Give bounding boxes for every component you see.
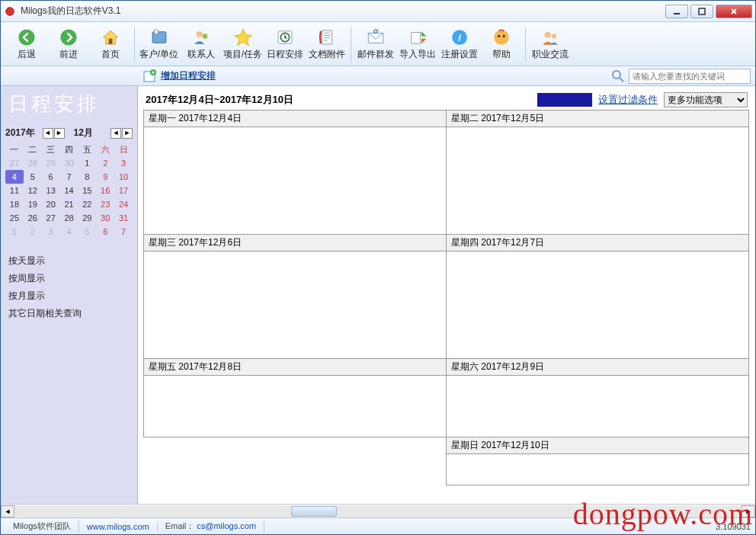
svg-point-18	[494, 30, 509, 45]
clients-button[interactable]: 客户/单位	[138, 24, 180, 64]
svg-point-19	[498, 35, 500, 37]
date-range: 2017年12月4日~2017年12月10日	[146, 93, 537, 107]
forward-button[interactable]: 前进	[47, 24, 89, 64]
scroll-right-button[interactable]: ►	[742, 505, 755, 517]
scroll-track[interactable]	[14, 506, 742, 517]
svg-point-22	[551, 34, 556, 39]
day-body[interactable]	[144, 251, 446, 358]
maximize-button[interactable]	[690, 5, 713, 18]
home-button[interactable]: 首页	[89, 24, 131, 64]
day-tuesday[interactable]: 星期二 2017年12月5日	[446, 110, 749, 235]
sidebar-links: 按天显示 按周显示 按月显示 其它日期相关查询	[1, 245, 137, 330]
day-header: 星期二 2017年12月5日	[447, 111, 748, 127]
view-other-dates-link[interactable]: 其它日期相关查询	[8, 305, 130, 322]
register-label: 注册设置	[441, 48, 478, 61]
svg-rect-7	[154, 30, 158, 34]
career-label: 职业交流	[532, 48, 569, 61]
contacts-button[interactable]: 联系人	[180, 24, 222, 64]
day-friday[interactable]: 星期五 2017年12月8日	[143, 358, 447, 437]
day-thursday[interactable]: 星期四 2017年12月7日	[446, 234, 749, 359]
scroll-left-button[interactable]: ◄	[1, 505, 14, 517]
svg-text:@: @	[372, 27, 378, 34]
status-site-link[interactable]: www.milogs.com	[79, 522, 158, 531]
import-button[interactable]: 导入导出	[396, 24, 438, 64]
mail-button[interactable]: @ 邮件群发	[354, 24, 396, 64]
day-body[interactable]	[144, 376, 446, 437]
search-icon[interactable]	[610, 69, 626, 84]
svg-rect-2	[699, 8, 705, 14]
day-body[interactable]	[447, 251, 748, 358]
svg-text:i: i	[458, 32, 461, 43]
svg-rect-12	[322, 30, 332, 44]
career-button[interactable]: 职业交流	[529, 24, 571, 64]
import-icon	[407, 27, 428, 48]
day-body[interactable]	[447, 127, 748, 234]
day-sunday[interactable]: 星期日 2017年12月10日	[446, 437, 749, 485]
more-options-select[interactable]: 更多功能选项	[664, 92, 748, 107]
window-buttons	[665, 5, 752, 18]
calendar-header: 2017年 ◄ ► 12月 ◄ ►	[1, 125, 137, 141]
register-button[interactable]: i 注册设置	[438, 24, 480, 64]
add-schedule-link[interactable]: 增加日程安排	[161, 69, 216, 82]
view-by-month-link[interactable]: 按月显示	[8, 287, 130, 305]
close-button[interactable]	[716, 5, 752, 18]
year-prev-button[interactable]: ◄	[43, 128, 53, 139]
mail-icon: @	[365, 27, 386, 48]
search-input[interactable]	[629, 69, 751, 84]
projects-button[interactable]: 项目/任务	[222, 24, 264, 64]
career-icon	[540, 27, 561, 48]
calendar-grid: 一 二 三 四 五 六 日 27282930123 45678910 11121…	[1, 141, 137, 245]
schedule-button[interactable]: 日程安排	[264, 24, 306, 64]
calendar-dow-row: 一 二 三 四 五 六 日	[5, 143, 133, 156]
status-email: Email： cs@milogs.com	[158, 521, 264, 532]
mail-label: 邮件群发	[357, 48, 394, 61]
back-label: 后退	[18, 48, 36, 61]
svg-point-20	[502, 35, 505, 37]
day-body[interactable]	[447, 376, 748, 437]
forward-icon	[58, 27, 79, 48]
month-nav: ◄ ►	[111, 128, 133, 139]
attachments-button[interactable]: 文档附件	[306, 24, 348, 64]
highlight-box[interactable]	[537, 93, 592, 107]
day-header: 星期六 2017年12月9日	[447, 359, 748, 376]
view-by-day-link[interactable]: 按天显示	[8, 252, 130, 270]
calendar-selected-day[interactable]: 4	[5, 170, 24, 184]
toolbar-separator	[134, 27, 135, 62]
schedule-label: 日程安排	[267, 48, 303, 61]
attachments-icon	[316, 27, 338, 48]
svg-point-21	[544, 32, 550, 38]
day-body[interactable]	[144, 127, 446, 234]
register-icon: i	[449, 27, 470, 48]
clients-label: 客户/单位	[139, 48, 178, 61]
scroll-thumb[interactable]	[291, 506, 337, 517]
main-area: 日程安排 2017年 ◄ ► 12月 ◄ ► 一 二 三	[1, 86, 755, 504]
day-monday[interactable]: 星期一 2017年12月4日	[143, 110, 447, 235]
calendar-month: 12月	[74, 127, 111, 139]
svg-point-3	[18, 29, 34, 45]
svg-point-9	[202, 34, 207, 39]
status-team: Milogs软件团队	[5, 521, 79, 532]
svg-point-4	[60, 29, 76, 45]
year-next-button[interactable]: ►	[54, 128, 65, 139]
help-button[interactable]: 帮助	[480, 24, 522, 64]
status-bar: Milogs软件团队 www.milogs.com Email： cs@milo…	[1, 517, 755, 534]
back-button[interactable]: 后退	[5, 24, 47, 64]
day-saturday[interactable]: 星期六 2017年12月9日	[446, 358, 749, 437]
day-wednesday[interactable]: 星期三 2017年12月6日	[143, 234, 447, 359]
horizontal-scrollbar[interactable]: ◄ ►	[1, 504, 755, 517]
svg-rect-5	[108, 39, 112, 44]
schedule-icon	[274, 27, 296, 48]
sidebar-title: 日程安排	[1, 86, 137, 125]
filter-link[interactable]: 设置过滤条件	[598, 93, 658, 107]
status-email-link[interactable]: cs@milogs.com	[197, 521, 256, 530]
minimize-button[interactable]	[665, 5, 688, 18]
help-label: 帮助	[492, 48, 511, 61]
month-next-button[interactable]: ►	[122, 128, 133, 139]
view-by-week-link[interactable]: 按周显示	[8, 270, 130, 287]
clients-icon	[149, 27, 170, 48]
svg-rect-1	[674, 13, 680, 14]
day-body[interactable]	[447, 454, 748, 485]
titlebar: Milogs我的日志软件V3.1	[1, 1, 755, 22]
day-header: 星期一 2017年12月4日	[144, 111, 446, 127]
month-prev-button[interactable]: ◄	[111, 128, 121, 139]
